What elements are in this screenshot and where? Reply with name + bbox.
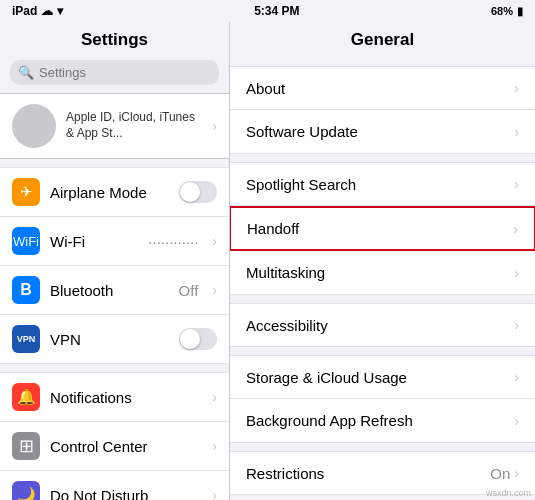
detail-group-3: Accessibility › [230, 303, 535, 347]
profile-chevron-icon: › [212, 118, 217, 134]
vpn-icon: VPN [12, 325, 40, 353]
backgroundapprefresh-chevron-icon: › [514, 413, 519, 429]
watermark: wsxdn.com [486, 488, 531, 498]
detail-label-about: About [246, 80, 514, 97]
sidebar-item-bluetooth[interactable]: B Bluetooth Off › [0, 266, 229, 315]
detail-item-softwareupdate[interactable]: Software Update › [230, 110, 535, 154]
accessibility-chevron-icon: › [514, 317, 519, 333]
notifications-icon: 🔔 [12, 383, 40, 411]
sidebar-group-2: 🔔 Notifications › ⊞ Control Center › 🌙 D… [0, 372, 229, 500]
battery-percent: 68% [491, 5, 513, 17]
sidebar-item-label-donotdisturb: Do Not Disturb [50, 487, 202, 501]
restrictions-chevron-icon: › [514, 465, 519, 481]
status-bar: iPad ☁ ▾ 5:34 PM 68% ▮ [0, 0, 535, 22]
bluetooth-icon: B [12, 276, 40, 304]
sidebar-item-label-bluetooth: Bluetooth [50, 282, 169, 299]
sidebar-group-1: ✈ Airplane Mode WiFi Wi-Fi ············ … [0, 167, 229, 364]
sidebar: Settings 🔍 Apple ID, iCloud, iTunes & Ap… [0, 22, 230, 500]
detail-group-1: About › Software Update › [230, 66, 535, 154]
detail-label-handoff: Handoff [247, 220, 513, 237]
detail-item-multitasking[interactable]: Multitasking › [230, 251, 535, 295]
detail-item-handoff[interactable]: Handoff › [230, 206, 535, 251]
bluetooth-chevron-icon: › [212, 282, 217, 298]
controlcenter-chevron-icon: › [212, 438, 217, 454]
wifi-icon-sidebar: WiFi [12, 227, 40, 255]
app-container: Settings 🔍 Apple ID, iCloud, iTunes & Ap… [0, 22, 535, 500]
donotdisturb-chevron-icon: › [212, 487, 217, 500]
detail-label-accessibility: Accessibility [246, 317, 514, 334]
detail-label-softwareupdate: Software Update [246, 123, 514, 140]
status-time: 5:34 PM [254, 4, 299, 18]
detail-item-about[interactable]: About › [230, 66, 535, 110]
avatar [12, 104, 56, 148]
search-input[interactable] [39, 65, 211, 80]
profile-text: Apple ID, iCloud, iTunes & App St... [66, 110, 202, 141]
handoff-chevron-icon: › [513, 221, 518, 237]
multitasking-chevron-icon: › [514, 265, 519, 281]
wifi-value: ············ [148, 233, 198, 250]
detail-title: General [230, 22, 535, 58]
detail-panel: General About › Software Update › Spotli… [230, 22, 535, 500]
sidebar-item-airplane[interactable]: ✈ Airplane Mode [0, 167, 229, 217]
spotlightsearch-chevron-icon: › [514, 176, 519, 192]
about-chevron-icon: › [514, 80, 519, 96]
vpn-toggle[interactable] [179, 328, 217, 350]
airplane-toggle[interactable] [179, 181, 217, 203]
detail-group-4: Storage & iCloud Usage › Background App … [230, 355, 535, 443]
sidebar-item-wifi[interactable]: WiFi Wi-Fi ············ › [0, 217, 229, 266]
sidebar-item-label-notifications: Notifications [50, 389, 202, 406]
detail-item-accessibility[interactable]: Accessibility › [230, 303, 535, 347]
sidebar-title: Settings [0, 22, 229, 56]
controlcenter-icon: ⊞ [12, 432, 40, 460]
donotdisturb-icon: 🌙 [12, 481, 40, 500]
bluetooth-value: Off [179, 282, 199, 299]
search-icon: 🔍 [18, 65, 34, 80]
sidebar-item-donotdisturb[interactable]: 🌙 Do Not Disturb › [0, 471, 229, 500]
notifications-chevron-icon: › [212, 389, 217, 405]
ipad-label: iPad ☁ [12, 4, 53, 18]
detail-label-spotlightsearch: Spotlight Search [246, 176, 514, 193]
detail-item-backgroundapprefresh[interactable]: Background App Refresh › [230, 399, 535, 443]
storageicloud-chevron-icon: › [514, 369, 519, 385]
wifi-chevron-icon: › [212, 233, 217, 249]
sidebar-item-label-airplane: Airplane Mode [50, 184, 169, 201]
detail-group-2: Spotlight Search › Handoff › Multitaskin… [230, 162, 535, 295]
status-right: 68% ▮ [491, 5, 523, 18]
detail-label-storageicloud: Storage & iCloud Usage [246, 369, 514, 386]
search-bar[interactable]: 🔍 [10, 60, 219, 85]
detail-item-storageicloud[interactable]: Storage & iCloud Usage › [230, 355, 535, 399]
detail-label-multitasking: Multitasking [246, 264, 514, 281]
battery-icon: ▮ [517, 5, 523, 18]
sidebar-item-notifications[interactable]: 🔔 Notifications › [0, 372, 229, 422]
sidebar-item-label-controlcenter: Control Center [50, 438, 202, 455]
airplane-icon: ✈ [12, 178, 40, 206]
softwareupdate-chevron-icon: › [514, 124, 519, 140]
detail-label-restrictions: Restrictions [246, 465, 490, 482]
detail-label-backgroundapprefresh: Background App Refresh [246, 412, 514, 429]
sidebar-item-vpn[interactable]: VPN VPN [0, 315, 229, 364]
restrictions-value: On [490, 465, 510, 482]
sidebar-item-controlcenter[interactable]: ⊞ Control Center › [0, 422, 229, 471]
profile-row[interactable]: Apple ID, iCloud, iTunes & App St... › [0, 93, 229, 159]
wifi-icon: ▾ [57, 4, 63, 18]
status-left: iPad ☁ ▾ [12, 4, 63, 18]
sidebar-item-label-vpn: VPN [50, 331, 169, 348]
sidebar-item-label-wifi: Wi-Fi [50, 233, 138, 250]
detail-item-spotlightsearch[interactable]: Spotlight Search › [230, 162, 535, 206]
